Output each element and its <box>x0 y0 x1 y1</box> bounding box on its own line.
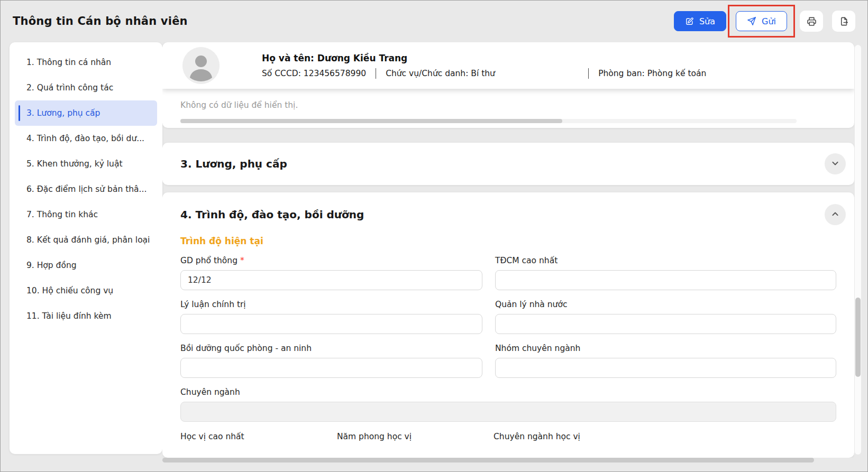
print-button[interactable] <box>800 11 823 32</box>
form-row-4: Chuyên ngành <box>180 378 836 422</box>
field-ly-luan-chinh-tri: Lý luận chính trị <box>180 290 482 334</box>
toolbar-actions: Sửa Gửi <box>674 5 855 38</box>
current-level-subtitle: Trình độ hiện tại <box>180 236 836 246</box>
field-boi-duong-quoc-phong: Bồi dưỡng quốc phòng - an ninh <box>180 334 482 378</box>
chuyen-nganh-label: Chuyên ngành <box>180 387 836 397</box>
table-horizontal-scrollbar-thumb[interactable] <box>180 119 562 123</box>
field-tdcm-cao-nhat: TĐCM cao nhất <box>495 246 836 290</box>
sidebar-item-hop-dong[interactable]: 9. Hợp đồng <box>10 253 162 278</box>
sidebar-item-ho-chieu-cong-vu[interactable]: 10. Hộ chiếu công vụ <box>10 278 162 303</box>
chuyen-nganh-hoc-vi-label: Chuyên ngành học vị <box>494 432 580 441</box>
form-row-1: GD phổ thông* TĐCM cao nhất <box>180 246 836 290</box>
paper-plane-icon <box>747 16 756 26</box>
sidebar-item-thong-tin-khac[interactable]: 7. Thông tin khác <box>10 202 162 227</box>
tdcm-cao-nhat-label: TĐCM cao nhất <box>495 256 836 265</box>
form-row-3: Bồi dưỡng quốc phòng - an ninh Nhóm chuy… <box>180 334 836 378</box>
ly-luan-chinh-tri-label: Lý luận chính trị <box>180 300 482 309</box>
section-salary-title: 3. Lương, phụ cấp <box>180 158 287 170</box>
employee-department: Phòng ban: Phòng kế toán <box>598 69 706 78</box>
sidebar-item-luong-phu-cap[interactable]: 3. Lương, phụ cấp <box>15 100 157 126</box>
employee-header: Họ và tên: Dương Kiều Trang Số CCCD: 123… <box>162 42 854 89</box>
quan-ly-nha-nuoc-input[interactable] <box>495 314 836 334</box>
nam-phong-hoc-vi-label: Năm phong học vị <box>337 432 494 441</box>
page-title: Thông tin Cán bộ nhân viên <box>13 15 188 27</box>
file-export-icon-button[interactable] <box>832 11 855 32</box>
annotation-red-box: Gửi <box>728 5 795 38</box>
section-education-title: 4. Trình độ, đào tạo, bồi dưỡng <box>180 208 364 221</box>
sidebar-item-thong-tin-ca-nhan[interactable]: 1. Thông tin cá nhân <box>10 50 162 75</box>
form-row-2: Lý luận chính trị Quản lý nhà nước <box>180 290 836 334</box>
table-horizontal-scrollbar[interactable] <box>180 119 797 123</box>
employee-name: Họ và tên: Dương Kiều Trang <box>262 53 706 63</box>
employee-summary-card: Họ và tên: Dương Kiều Trang Số CCCD: 123… <box>162 42 854 128</box>
sidebar-item-dac-diem-lich-su[interactable]: 6. Đặc điểm lịch sử bản thâ... <box>10 177 162 202</box>
sidebar-item-tai-lieu-dinh-kem[interactable]: 11. Tài liệu đính kèm <box>10 303 162 329</box>
employee-meta-row: Số CCCD: 123456578990 Chức vụ/Chức danh:… <box>262 68 706 79</box>
sidebar-item-ket-qua-danh-gia[interactable]: 8. Kết quả đánh giá, phân loại <box>10 227 162 253</box>
avatar <box>182 47 220 84</box>
section-nav-sidebar: 1. Thông tin cá nhân 2. Quá trình công t… <box>10 42 162 454</box>
main-vertical-scrollbar-thumb[interactable] <box>855 298 861 377</box>
required-asterisk: * <box>240 256 244 265</box>
divider <box>376 68 376 79</box>
field-gd-pho-thong: GD phổ thông* <box>180 246 482 290</box>
empty-state-text: Không có dữ liệu để hiển thị. <box>180 100 836 110</box>
section-education-collapse-button[interactable] <box>825 204 846 225</box>
quan-ly-nha-nuoc-label: Quản lý nhà nước <box>495 300 836 309</box>
employee-position: Chức vụ/Chức danh: Bí thư <box>386 69 579 78</box>
sidebar-item-qua-trinh-cong-tac[interactable]: 2. Quá trình công tác <box>10 75 162 100</box>
nhom-chuyen-nganh-input[interactable] <box>495 358 836 378</box>
section-education-card: 4. Trình độ, đào tạo, bồi dưỡng Trình độ… <box>162 192 854 458</box>
field-chuyen-nganh: Chuyên ngành <box>180 378 836 422</box>
chevron-down-icon <box>830 158 840 170</box>
field-nhom-chuyen-nganh: Nhóm chuyên ngành <box>495 334 836 378</box>
sidebar-item-khen-thuong-ky-luat[interactable]: 5. Khen thưởng, kỷ luật <box>10 151 162 177</box>
chuyen-nganh-input <box>180 402 836 422</box>
content-area: 1. Thông tin cá nhân 2. Quá trình công t… <box>0 42 868 461</box>
hoc-vi-cao-nhat-label: Học vị cao nhất <box>180 432 337 441</box>
top-bar: Thông tin Cán bộ nhân viên Sửa Gửi <box>0 0 868 42</box>
boi-duong-quoc-phong-input[interactable] <box>180 358 482 378</box>
salary-table-empty-area: Không có dữ liệu để hiển thị. <box>162 89 854 123</box>
edit-button-label: Sửa <box>699 16 715 26</box>
section-salary-card: 3. Lương, phụ cấp <box>162 143 854 185</box>
divider <box>588 68 589 79</box>
main-vertical-scrollbar[interactable] <box>855 45 861 455</box>
gd-pho-thong-label: GD phổ thông* <box>180 256 482 265</box>
boi-duong-quoc-phong-label: Bồi dưỡng quốc phòng - an ninh <box>180 344 482 353</box>
gd-pho-thong-input[interactable] <box>180 270 482 290</box>
send-button[interactable]: Gửi <box>736 11 787 31</box>
sidebar-item-trinh-do-dao-tao[interactable]: 4. Trình độ, đào tạo, bồi dư... <box>10 126 162 151</box>
section-salary-expand-button[interactable] <box>825 153 846 174</box>
file-export-icon <box>839 16 849 26</box>
printer-icon <box>807 16 817 26</box>
employee-cccd: Số CCCD: 123456578990 <box>262 69 366 78</box>
main-horizontal-scrollbar[interactable] <box>162 458 814 462</box>
chevron-up-icon <box>830 209 840 221</box>
nhom-chuyen-nganh-label: Nhóm chuyên ngành <box>495 344 836 353</box>
tdcm-cao-nhat-input[interactable] <box>495 270 836 290</box>
edit-button[interactable]: Sửa <box>674 11 726 31</box>
pen-square-icon <box>685 17 694 26</box>
form-row-5-labels: Học vị cao nhất Năm phong học vị Chuyên … <box>180 432 836 441</box>
section-education-header: 4. Trình độ, đào tạo, bồi dưỡng <box>180 204 836 225</box>
main-panel: Họ và tên: Dương Kiều Trang Số CCCD: 123… <box>162 42 861 461</box>
ly-luan-chinh-tri-input[interactable] <box>180 314 482 334</box>
employee-info: Họ và tên: Dương Kiều Trang Số CCCD: 123… <box>262 53 706 79</box>
send-button-label: Gửi <box>762 16 776 26</box>
field-quan-ly-nha-nuoc: Quản lý nhà nước <box>495 290 836 334</box>
cards-viewport: Họ và tên: Dương Kiều Trang Số CCCD: 123… <box>162 42 854 458</box>
